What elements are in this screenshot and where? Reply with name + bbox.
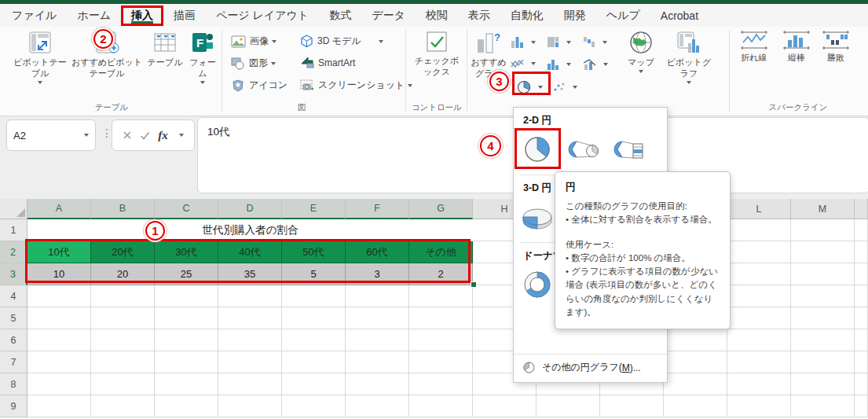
column-header-E[interactable]: E — [282, 199, 346, 219]
cell-A4[interactable] — [27, 285, 91, 307]
cell-L1[interactable] — [727, 219, 791, 241]
cell-N5[interactable] — [855, 307, 868, 329]
3d-models-button[interactable]: 3D モデル — [300, 35, 383, 48]
sparkline-column-button[interactable]: 縦棒 — [779, 30, 814, 64]
shapes-button[interactable]: 図形 — [231, 57, 276, 70]
pie-3d-option[interactable] — [518, 200, 556, 234]
cell-B5[interactable] — [91, 307, 155, 329]
cell-A5[interactable] — [27, 307, 91, 329]
cell-D7[interactable] — [218, 351, 282, 373]
cell-L6[interactable] — [727, 329, 791, 351]
cell-L4[interactable] — [727, 285, 791, 307]
cell-D5[interactable] — [218, 307, 282, 329]
maps-button[interactable]: マップ — [622, 30, 660, 73]
selection-fill-handle[interactable] — [471, 281, 477, 288]
line-chart-button[interactable] — [511, 58, 536, 69]
cell-K7[interactable] — [664, 351, 727, 373]
cell-L3[interactable] — [727, 263, 791, 285]
cell-M3[interactable] — [791, 263, 855, 285]
cell-M9[interactable] — [791, 395, 855, 417]
cell-N8[interactable] — [855, 373, 868, 395]
name-box[interactable]: A2 — [6, 119, 96, 151]
cell-F4[interactable] — [346, 285, 409, 307]
menu-tab-3[interactable]: 描画 — [163, 6, 206, 26]
cell-M7[interactable] — [791, 351, 855, 373]
cell-E8[interactable] — [282, 373, 346, 395]
cell-G5[interactable] — [409, 307, 473, 329]
cell-K6[interactable] — [664, 329, 727, 351]
cell-C4[interactable] — [155, 285, 218, 307]
cell-D9[interactable] — [218, 395, 282, 417]
row-header-3[interactable]: 3 — [0, 263, 27, 285]
cell-L9[interactable] — [727, 395, 791, 417]
cell-M2[interactable] — [791, 241, 855, 263]
cell-M6[interactable] — [791, 329, 855, 351]
hierarchy-chart-button[interactable] — [547, 36, 571, 48]
row-header-7[interactable]: 7 — [0, 351, 27, 373]
combo-chart-button[interactable] — [583, 58, 608, 70]
column-header-D[interactable]: D — [218, 199, 282, 219]
pictures-button[interactable]: 画像 — [231, 35, 277, 48]
screenshot-button[interactable]: スクリーンショット — [300, 79, 412, 92]
column-header-L[interactable]: L — [727, 199, 791, 219]
enter-icon[interactable] — [140, 131, 150, 140]
row-header-9[interactable]: 9 — [0, 395, 27, 417]
cell-B6[interactable] — [91, 329, 155, 351]
row-header-5[interactable]: 5 — [0, 307, 27, 329]
cell-F9[interactable] — [346, 395, 409, 417]
cell-L7[interactable] — [727, 351, 791, 373]
cell-G7[interactable] — [409, 351, 473, 373]
cell-E9[interactable] — [282, 395, 346, 417]
cell-C8[interactable] — [155, 373, 218, 395]
cell-G9[interactable] — [409, 395, 473, 417]
row-header-6[interactable]: 6 — [0, 329, 27, 351]
scatter-chart-button[interactable] — [553, 82, 577, 93]
cell-F6[interactable] — [346, 329, 409, 351]
cell-N1[interactable] — [855, 219, 868, 241]
cell-title-A1[interactable]: 世代別購入者の割合 — [27, 219, 473, 241]
cell-L8[interactable] — [727, 373, 791, 395]
cell-N3[interactable] — [855, 263, 868, 285]
cell-N4[interactable] — [855, 285, 868, 307]
pivot-chart-button[interactable]: ピボットグラフ — [663, 30, 715, 84]
column-header-M[interactable]: M — [791, 199, 855, 219]
sparkline-line-button[interactable]: 折れ線 — [735, 30, 773, 64]
row-header-4[interactable]: 4 — [0, 285, 27, 307]
cell-C6[interactable] — [155, 329, 218, 351]
cancel-icon[interactable] — [123, 130, 132, 140]
cell-N2[interactable] — [855, 241, 868, 263]
menu-tab-0[interactable]: ファイル — [2, 6, 67, 26]
cell-A6[interactable] — [27, 329, 91, 351]
menu-tab-4[interactable]: ページ レイアウト — [206, 6, 319, 26]
cell-M8[interactable] — [791, 373, 855, 395]
cell-E4[interactable] — [282, 285, 346, 307]
menu-tab-10[interactable]: 開発 — [554, 6, 596, 26]
menu-tab-6[interactable]: データ — [361, 6, 416, 26]
menu-tab-12[interactable]: Acrobat — [650, 6, 709, 25]
cell-M5[interactable] — [791, 307, 855, 329]
menu-tab-2[interactable]: 挿入 — [121, 6, 163, 26]
cell-D6[interactable] — [218, 329, 282, 351]
cell-B7[interactable] — [91, 351, 155, 373]
cell-E6[interactable] — [282, 329, 346, 351]
cell-C5[interactable] — [155, 307, 218, 329]
select-all-corner[interactable] — [0, 199, 27, 219]
cell-J9[interactable] — [600, 395, 664, 417]
table-button[interactable]: テーブル — [145, 30, 185, 68]
cell-I9[interactable] — [537, 395, 600, 417]
cell-M4[interactable] — [791, 285, 855, 307]
cell-F8[interactable] — [346, 373, 409, 395]
insert-function-icon[interactable]: fx — [158, 129, 168, 142]
cell-B9[interactable] — [91, 395, 155, 417]
column-header-C[interactable]: C — [155, 199, 218, 219]
column-header-F[interactable]: F — [346, 199, 409, 219]
cell-N7[interactable] — [855, 351, 868, 373]
cell-H9[interactable] — [473, 395, 537, 417]
column-chart-button[interactable] — [511, 36, 536, 48]
cell-C7[interactable] — [155, 351, 218, 373]
row-header-1[interactable]: 1 — [0, 219, 27, 241]
menu-tab-11[interactable]: ヘルプ — [596, 6, 650, 26]
menu-tab-5[interactable]: 数式 — [319, 6, 361, 26]
cell-B8[interactable] — [91, 373, 155, 395]
cell-D8[interactable] — [218, 373, 282, 395]
